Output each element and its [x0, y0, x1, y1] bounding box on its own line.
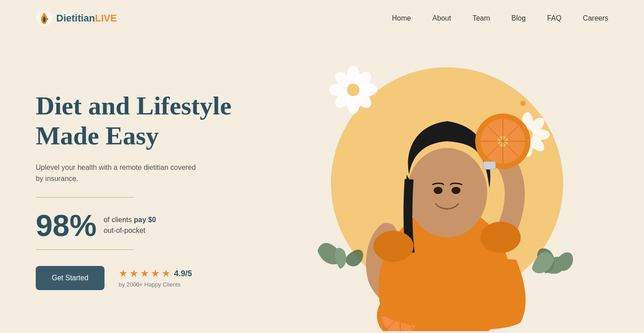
- nav-faq[interactable]: FAQ: [547, 14, 561, 22]
- nav-about[interactable]: About: [432, 14, 451, 22]
- hero-image-container: [309, 45, 585, 331]
- svg-point-44: [481, 222, 521, 253]
- svg-point-25: [452, 187, 460, 194]
- hero-woman: [351, 72, 543, 331]
- star-2: ★: [130, 268, 138, 279]
- hero-section: Diet and Lifestyle Made Easy Uplevel you…: [0, 37, 644, 331]
- get-started-button[interactable]: Get Started: [36, 266, 105, 290]
- rating-area: ★ ★ ★ ★ ★ 4.9/5 by 2000+ Happy Clients: [119, 268, 192, 288]
- hero-image: [286, 46, 608, 331]
- rating-label: by 2000+ Happy Clients: [119, 281, 192, 288]
- nav-home[interactable]: Home: [392, 14, 411, 22]
- site-header: DietitianLIVE Home About Team Blog FAQ C…: [0, 0, 644, 37]
- star-4: ★: [151, 268, 160, 279]
- stat-number: 98%: [36, 210, 96, 240]
- stat-text: of clients pay $0 out-of-pocket: [104, 215, 156, 236]
- nav-careers[interactable]: Careers: [583, 14, 608, 22]
- stars-row: ★ ★ ★ ★ ★ 4.9/5: [119, 268, 192, 279]
- star-3: ★: [140, 268, 149, 279]
- svg-rect-42: [483, 161, 496, 169]
- cta-row: Get Started ★ ★ ★ ★ ★ 4.9/5 by 2000+ Hap…: [36, 266, 286, 290]
- hero-content: Diet and Lifestyle Made Easy Uplevel you…: [36, 87, 286, 290]
- logo[interactable]: DietitianLIVE: [36, 10, 117, 27]
- hero-subtitle: Uplevel your health with a remote dietit…: [36, 162, 197, 185]
- star-1: ★: [119, 268, 128, 279]
- divider-top: [36, 197, 134, 198]
- divider-bottom: [36, 249, 134, 250]
- logo-icon: [36, 10, 53, 27]
- stat-section: 98% of clients pay $0 out-of-pocket: [36, 210, 286, 240]
- svg-point-24: [434, 187, 443, 194]
- main-nav: Home About Team Blog FAQ Careers: [392, 14, 608, 22]
- nav-blog[interactable]: Blog: [511, 14, 526, 22]
- hero-title: Diet and Lifestyle Made Easy: [36, 91, 286, 151]
- svg-point-43: [373, 231, 414, 262]
- svg-point-23: [407, 148, 487, 237]
- nav-team[interactable]: Team: [473, 14, 490, 22]
- rating-score: 4.9/5: [174, 269, 192, 278]
- star-5: ★: [162, 268, 171, 279]
- logo-text: DietitianLIVE: [56, 13, 117, 24]
